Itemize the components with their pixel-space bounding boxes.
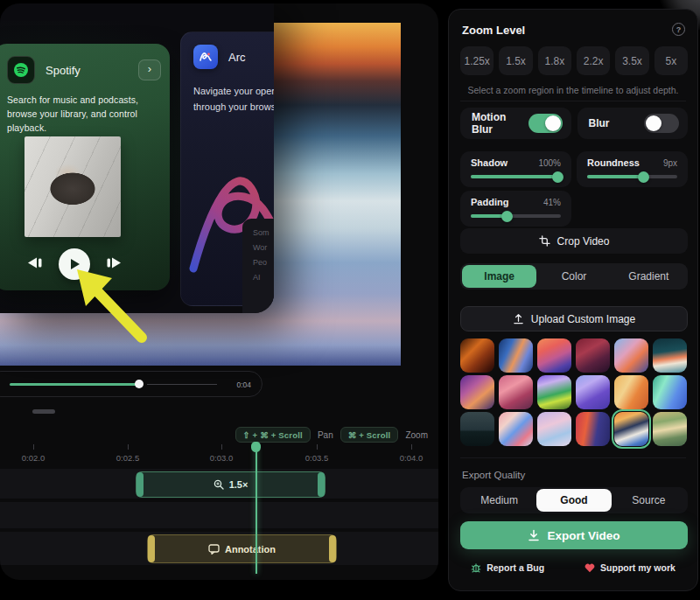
heart-icon (584, 563, 595, 573)
ruler-tick (221, 444, 222, 450)
clip-left-handle[interactable] (148, 535, 155, 562)
recorded-list-item: Peo (253, 255, 274, 270)
wallpaper-grid (460, 338, 688, 446)
wallpaper-thumb-red-blue-swirl[interactable] (576, 412, 610, 446)
download-icon (528, 529, 540, 541)
tab-image[interactable]: Image (462, 265, 536, 288)
annotation-track[interactable]: Annotation (0, 532, 438, 565)
wallpaper-thumb-blue-orange-rays[interactable] (499, 338, 533, 373)
recorded-list-item: Som (253, 226, 274, 241)
wallpaper-thumb-pink-orange-waves[interactable] (537, 338, 571, 373)
crop-video-button[interactable]: Crop Video (460, 228, 688, 254)
slider-header: Roundness9px (587, 157, 677, 168)
zoom-level-option[interactable]: 5x (654, 46, 688, 75)
zoom-level-options: 1.25x1.5x1.8x2.2x3.5x5x (460, 46, 688, 75)
zoom-hint-text: Select a zoom region in the timeline to … (449, 85, 697, 95)
wallpaper-thumb-maroon-waves[interactable] (576, 338, 610, 373)
slider-track[interactable] (471, 175, 561, 178)
slider-track[interactable] (471, 214, 561, 218)
wallpaper-thumb-purple-orange-wave[interactable] (460, 375, 494, 409)
slider-thumb[interactable] (501, 211, 513, 222)
motion-blur-toggle[interactable] (528, 114, 563, 133)
spotify-icon (7, 56, 35, 84)
clip-right-handle[interactable] (318, 472, 325, 497)
toggle-card: Motion Blur (460, 108, 571, 139)
help-icon[interactable]: ? (672, 23, 685, 36)
wallpaper-thumb-blue-pink-orange[interactable] (614, 338, 648, 373)
toggle-label: Motion Blur (472, 111, 528, 136)
wallpaper-thumb-orange-flower-dark[interactable] (460, 338, 494, 373)
report-bug-link[interactable]: Report a Bug (471, 562, 544, 573)
ruler-tick (317, 444, 318, 450)
export-video-button[interactable]: Export Video (460, 521, 688, 549)
slider-value: 41% (543, 198, 561, 207)
quality-good[interactable]: Good (536, 489, 611, 512)
bug-icon (471, 562, 481, 573)
zoom-level-option[interactable]: 1.8x (538, 46, 571, 75)
ruler-tick (411, 444, 412, 450)
clip-right-handle[interactable] (329, 535, 336, 562)
skip-back-icon[interactable] (25, 256, 45, 273)
wallpaper-thumb-pastel-clouds[interactable] (537, 412, 571, 446)
timeline-ruler[interactable]: 0:02.00:02.50:03.00:03.50:04.0 (0, 441, 438, 465)
wallpaper-thumb-purple-blue-wave[interactable] (576, 375, 610, 409)
wallpaper-thumb-teal-orange-wave[interactable] (653, 338, 687, 373)
ruler-tick-label: 0:03.5 (305, 453, 328, 463)
duration-label: 0:04 (236, 380, 251, 389)
quality-medium[interactable]: Medium (462, 489, 536, 512)
scrubber-progress (10, 383, 139, 386)
slider-thumb[interactable] (552, 171, 564, 183)
zoom-level-option[interactable]: 1.5x (499, 46, 532, 75)
wallpaper-thumb-green-blue-rays[interactable] (653, 375, 687, 409)
zoom-region-clip[interactable]: 1.5× (136, 471, 326, 498)
recorded-list-item: AI (253, 270, 274, 285)
divider (460, 101, 686, 101)
support-link[interactable]: Support my work (584, 562, 676, 573)
slider-thumb[interactable] (638, 171, 649, 183)
slider-value: 9px (663, 158, 677, 168)
export-quality-label: Export Quality (462, 470, 525, 480)
spotify-description: Search for music and podcasts, browse yo… (7, 93, 161, 135)
slider-fill (587, 175, 643, 178)
wallpaper-thumb-orange-yellow-rays[interactable] (614, 375, 648, 409)
annotation-arrow (63, 259, 159, 346)
blur-toggle[interactable] (644, 114, 679, 133)
quality-source[interactable]: Source (612, 489, 686, 512)
background-type-tabs: ImageColorGradient (460, 263, 688, 290)
app-window: Spotify › Search for music and podcasts,… (0, 0, 700, 600)
empty-track[interactable] (0, 502, 438, 528)
annotation-clip-label: Annotation (225, 544, 276, 555)
wallpaper-thumb-dark-mountains[interactable] (460, 412, 494, 446)
toggle-label: Blur (589, 117, 610, 129)
preview-scrubber[interactable]: 0:04 (0, 371, 262, 397)
zoom-level-option[interactable]: 2.2x (577, 46, 610, 75)
magnifier-plus-icon (214, 479, 224, 490)
scrubber-handle[interactable] (135, 380, 144, 388)
upload-custom-image-button[interactable]: Upload Custom Image (460, 306, 688, 331)
toggle-knob (646, 115, 662, 131)
ruler-tick-label: 0:02.0 (22, 453, 45, 463)
slider-track[interactable] (587, 175, 677, 178)
zoom-level-option[interactable]: 1.25x (460, 46, 494, 75)
ruler-tick (33, 444, 34, 450)
roundness-slider-card: Roundness9px (577, 151, 688, 187)
tab-gradient[interactable]: Gradient (612, 265, 686, 288)
chevron-right-button[interactable]: › (138, 59, 161, 80)
wallpaper-thumb-pink-red-waves[interactable] (499, 375, 533, 409)
export-quality-segmented: MediumGoodSource (460, 487, 688, 513)
wallpaper-thumb-paint-swirl-sunset[interactable] (614, 412, 648, 446)
clip-left-handle[interactable] (136, 472, 144, 497)
playhead-line (256, 448, 257, 574)
shortcut-action-label: Zoom (405, 430, 428, 440)
annotation-clip[interactable]: Annotation (147, 534, 337, 563)
shortcut-action-label: Pan (318, 430, 333, 440)
slider-label: Shadow (471, 157, 508, 168)
wallpaper-thumb-rainbow-green[interactable] (537, 375, 571, 409)
zoom-level-option[interactable]: 3.5x (615, 46, 648, 75)
tab-color[interactable]: Color (536, 265, 611, 288)
wallpaper-thumb-impressionist-landscape[interactable] (653, 412, 687, 446)
toggle-card: Blur (578, 108, 689, 139)
zoom-track[interactable]: 1.5× (0, 469, 438, 499)
timeline-resize-handle[interactable] (32, 409, 55, 414)
wallpaper-thumb-pink-blue-marble[interactable] (499, 412, 533, 446)
